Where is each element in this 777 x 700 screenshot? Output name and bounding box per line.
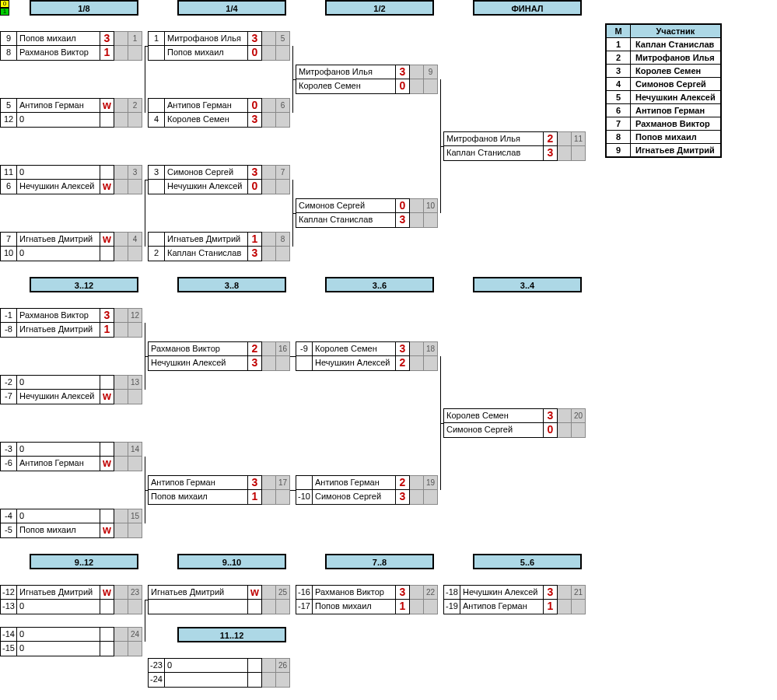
- player-name: Королев Семен: [296, 79, 396, 94]
- seed-cell: -3: [0, 442, 17, 457]
- match-id-cell: [276, 600, 290, 614]
- match-row: [148, 600, 290, 614]
- spacer-cell: [114, 31, 128, 46]
- seed-cell: -4: [0, 509, 17, 523]
- match-row: Симонов Сергей010: [296, 198, 438, 213]
- score-cell: w: [100, 457, 114, 471]
- match-row: -150: [0, 642, 142, 656]
- match-24: -14024-150: [0, 627, 142, 656]
- spacer-cell: [410, 198, 424, 213]
- match-row: 2Каплан Станислав3: [148, 247, 290, 261]
- match-id-cell: 16: [276, 341, 290, 356]
- seed-cell: 3: [148, 165, 165, 180]
- player-name: Симонов Сергей: [165, 165, 248, 180]
- player-name: Королев Семен: [165, 113, 248, 128]
- score-cell: 2: [248, 341, 262, 356]
- spacer-cell: [410, 65, 424, 79]
- seed-cell: -9: [296, 341, 313, 356]
- spacer-cell: [558, 600, 572, 614]
- match-22: -16Рахманов Виктор322-17Попов михаил1: [296, 585, 438, 614]
- match-row: -6Антипов Германw: [0, 457, 142, 471]
- match-id-cell: [276, 673, 290, 688]
- spacer-cell: [114, 113, 128, 128]
- name-cell: Королев Семен: [631, 65, 721, 78]
- corner-marker: 01: [0, 0, 9, 16]
- table-row: 6Антипов Герман: [606, 104, 721, 117]
- seed-cell: [148, 98, 165, 113]
- match-row: 3Симонов Сергей37: [148, 165, 290, 180]
- match-id-cell: [424, 79, 438, 94]
- match-row: -9Королев Семен318: [296, 341, 438, 356]
- score-cell: [248, 658, 262, 673]
- player-name: 0: [17, 247, 100, 261]
- stage-label: 5..6: [473, 554, 582, 569]
- score-cell: 0: [248, 98, 262, 113]
- match-7: 3Симонов Сергей37Нечушкин Алексей0: [148, 165, 290, 194]
- match-15: -4015-5Попов михаилw: [0, 509, 142, 538]
- spacer-cell: [262, 180, 276, 194]
- player-name: Симонов Сергей: [296, 198, 396, 213]
- match-row: 1103: [0, 165, 142, 180]
- spacer-cell: [114, 46, 128, 61]
- score-cell: 0: [544, 423, 558, 438]
- player-name: Митрофанов Илья: [165, 31, 248, 46]
- spacer-cell: [262, 46, 276, 61]
- match-id-cell: 23: [128, 585, 142, 600]
- spacer-cell: [558, 585, 572, 600]
- match-id-cell: [128, 247, 142, 261]
- bracket-connector: [145, 46, 148, 47]
- match-10: Симонов Сергей010Каплан Станислав3: [296, 198, 438, 228]
- match-12: -1Рахманов Виктор312-8Игнатьев Дмитрий1: [0, 308, 142, 338]
- spacer-cell: [262, 490, 276, 505]
- match-row: 1Митрофанов Илья35: [148, 31, 290, 46]
- stage-label: 3..12: [30, 277, 138, 292]
- table-row: 1Каплан Станислав: [606, 38, 721, 51]
- score-cell: w: [100, 180, 114, 194]
- score-cell: [100, 165, 114, 180]
- player-name: Симонов Сергей: [313, 490, 396, 505]
- bracket-connector: [145, 600, 145, 642]
- table-header: М: [606, 24, 631, 38]
- bracket-connector: [145, 180, 145, 247]
- spacer-cell: [114, 457, 128, 471]
- match-row: 6Нечушкин Алексейw: [0, 180, 142, 194]
- player-name: Игнатьев Дмитрий: [17, 585, 100, 600]
- match-row: Каплан Станислав3: [296, 213, 438, 228]
- score-cell: 3: [100, 308, 114, 323]
- match-id-cell: [128, 600, 142, 614]
- score-cell: 3: [396, 65, 410, 79]
- match-13: -2013-7Нечушкин Алексейw: [0, 375, 142, 404]
- table-row: 3Королев Семен: [606, 65, 721, 78]
- player-name: Рахманов Виктор: [17, 308, 100, 323]
- match-row: -17Попов михаил1: [296, 600, 438, 614]
- name-cell: Симонов Сергей: [631, 78, 721, 91]
- player-name: Попов михаил: [17, 523, 100, 538]
- match-id-cell: [572, 423, 586, 438]
- match-18: -9Королев Семен318Нечушкин Алексей2: [296, 341, 438, 371]
- stage-label: 1/2: [325, 0, 434, 16]
- match-row: Антипов Герман219: [296, 475, 438, 490]
- match-id-cell: [276, 490, 290, 505]
- table-row: 7Рахманов Виктор: [606, 117, 721, 131]
- score-cell: 3: [396, 213, 410, 228]
- bracket-connector: [145, 490, 148, 491]
- match-row: -5Попов михаилw: [0, 523, 142, 538]
- seed-cell: 2: [148, 247, 165, 261]
- spacer-cell: [262, 247, 276, 261]
- spacer-cell: [114, 323, 128, 338]
- spacer-cell: [114, 600, 128, 614]
- match-id-cell: 11: [572, 131, 586, 146]
- corner-cell-1: 1: [0, 8, 9, 16]
- match-id-cell: 1: [128, 31, 142, 46]
- table-row: 2Митрофанов Илья: [606, 51, 721, 65]
- spacer-cell: [410, 475, 424, 490]
- player-name: 0: [17, 509, 100, 523]
- spacer-cell: [262, 673, 276, 688]
- score-cell: [100, 375, 114, 390]
- rank-cell: 9: [606, 144, 631, 158]
- match-id-cell: 17: [276, 475, 290, 490]
- match-row: Митрофанов Илья39: [296, 65, 438, 79]
- spacer-cell: [262, 585, 276, 600]
- stage-label: ФИНАЛ: [473, 0, 582, 16]
- player-name: Попов михаил: [165, 46, 248, 61]
